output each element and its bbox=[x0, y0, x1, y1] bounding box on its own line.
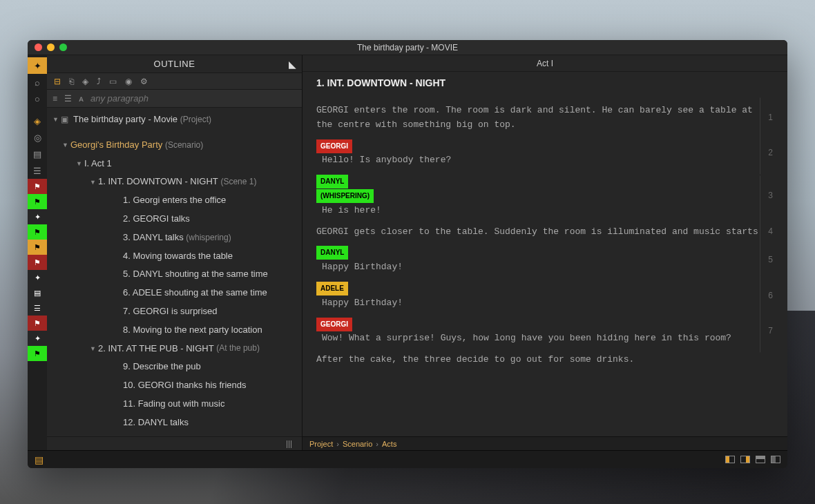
cube-icon[interactable]: ◈ bbox=[82, 77, 88, 86]
breadcrumb-item: Scenario bbox=[343, 440, 372, 448]
character-cue: GEORGI bbox=[316, 318, 352, 331]
line-number: 2 bbox=[760, 133, 780, 174]
layout-top-icon[interactable] bbox=[756, 456, 765, 463]
app-window: The birthday party - MOVIE ✦ ⌕ ○ ◈ ◎ ▤ ☰… bbox=[28, 40, 787, 468]
character-cue: ADELE bbox=[316, 282, 348, 295]
titlebar[interactable]: The birthday party - MOVIE bbox=[28, 40, 787, 55]
share-icon[interactable]: ⤴ bbox=[97, 77, 101, 86]
tree-scene1: ▼ 1. INT. DOWNTOWN - NIGHT (Scene 1) bbox=[47, 173, 302, 191]
tree-beat: 5. DANYL shouting at the same time bbox=[47, 265, 302, 284]
tree-beat: 7. GEORGI is surprised bbox=[47, 302, 302, 321]
outline-header: OUTLINE ◣ bbox=[47, 55, 302, 73]
cube-icon[interactable]: ◈ bbox=[28, 113, 47, 129]
target-icon[interactable]: ◎ bbox=[28, 129, 47, 146]
lines-icon[interactable]: ☰ bbox=[64, 94, 72, 104]
book-icon[interactable]: ⎗ bbox=[69, 77, 74, 86]
outline-tree[interactable]: ▼ ▣ The birthday party - Movie (Project)… bbox=[47, 108, 302, 436]
action-line: GEORGI gets closer to the table. Suddenl… bbox=[316, 225, 774, 240]
layout-split-icon[interactable] bbox=[771, 456, 780, 463]
layout-left-icon[interactable] bbox=[725, 456, 735, 463]
window-title: The birthday party - MOVIE bbox=[28, 43, 787, 52]
gear-icon[interactable]: ⚙ bbox=[140, 77, 148, 86]
search-icon[interactable]: ⌕ bbox=[28, 74, 47, 90]
parenthetical: (WHISPERING) bbox=[316, 189, 374, 203]
character-badge-danyl2[interactable]: ⚑ bbox=[28, 224, 47, 240]
line-number: 1 bbox=[760, 97, 780, 138]
layout-switcher bbox=[725, 456, 780, 463]
scene-badge[interactable]: ▤ bbox=[28, 285, 47, 300]
circle-icon[interactable]: ○ bbox=[28, 90, 47, 107]
outline-footer: ⫼ bbox=[47, 436, 302, 450]
action-line: GEORGI enters the room. The room is dark… bbox=[316, 104, 774, 133]
action-line: After the cake, the three decide to go o… bbox=[316, 353, 774, 367]
breadcrumb-item: Project bbox=[309, 440, 333, 448]
dialogue-block: GEORGI Wow! What a surprise! Guys, how l… bbox=[316, 318, 774, 347]
line-number: 3 bbox=[760, 176, 780, 217]
line-number: 5 bbox=[760, 240, 780, 281]
tree-scenario: ▼ Georgi's Birthday Party (Scenario) bbox=[47, 136, 302, 155]
outline-toolbar: ⊟ ⎗ ◈ ⤴ ▭ ◉ ⚙ bbox=[47, 73, 302, 90]
running-man-icon[interactable]: ✦ bbox=[28, 57, 47, 74]
character-cue: DANYL bbox=[316, 175, 348, 188]
zoom-icon[interactable] bbox=[59, 43, 67, 51]
eye-icon[interactable]: ◉ bbox=[125, 77, 132, 86]
tree-beat: 1. Georgi enters the office bbox=[47, 191, 302, 210]
close-icon[interactable] bbox=[35, 43, 42, 51]
tree-icon[interactable]: ⊟ bbox=[54, 77, 61, 86]
settings-icon[interactable]: ⫼ bbox=[284, 438, 295, 450]
tree-act: ▼ I. Act 1 bbox=[47, 155, 302, 173]
outline-search-bar: ≡ ☰ ᴀ bbox=[47, 90, 302, 108]
line-number: 6 bbox=[760, 275, 780, 316]
tree-beat: 12. DANYL talks bbox=[47, 414, 302, 432]
clapper-icon[interactable]: ▤ bbox=[35, 454, 44, 465]
character-badge-georgi[interactable]: ⚑ bbox=[28, 179, 47, 194]
character-badge-danyl3[interactable]: ⚑ bbox=[28, 346, 47, 361]
panel-icon[interactable]: ▭ bbox=[109, 77, 117, 86]
tree-beat: 8. Moving to the next party location bbox=[47, 321, 302, 340]
tree-beat: 2. GEORGI talks bbox=[47, 210, 302, 229]
search-input[interactable] bbox=[90, 93, 296, 104]
tree-project: ▼ ▣ The birthday party - Movie (Project) bbox=[47, 110, 302, 129]
status-bar: ▤ bbox=[28, 450, 787, 468]
dialogue-block: GEORGI Hello! Is anybody there? 2 bbox=[316, 139, 774, 168]
activity-bar: ✦ ⌕ ○ ◈ ◎ ▤ ☰ ⚑ ⚑ ✦ ⚑ ⚑ ⚑ ✦ ▤ ☰ ⚑ ✦ ⚑ bbox=[28, 55, 47, 450]
tree-beat: 11. Fading out with music bbox=[47, 395, 302, 414]
breadcrumb-item: Acts bbox=[382, 440, 396, 448]
character-badge-georgi3[interactable]: ⚑ bbox=[28, 316, 47, 331]
character-badge-adele[interactable]: ⚑ bbox=[28, 240, 47, 255]
document-icon[interactable]: ☰ bbox=[28, 162, 47, 179]
bookmark-icon[interactable]: ◣ bbox=[289, 59, 297, 70]
minimize-icon[interactable] bbox=[47, 43, 55, 51]
action-badge2[interactable]: ✦ bbox=[28, 270, 47, 285]
character-badge-danyl[interactable]: ⚑ bbox=[28, 194, 47, 209]
character-badge-georgi2[interactable]: ⚑ bbox=[28, 255, 47, 270]
clapper-icon[interactable]: ▤ bbox=[28, 146, 47, 162]
tree-beat: 10. GEORGI thanks his friends bbox=[47, 376, 302, 395]
doc-badge[interactable]: ☰ bbox=[28, 300, 47, 316]
tree-beat: 6. ADELE shouting at the same time bbox=[47, 284, 302, 302]
dialogue-block: ADELE Happy Birthday! 6 bbox=[316, 282, 774, 311]
layout-right-icon[interactable] bbox=[740, 456, 750, 463]
list-mode-icon[interactable]: ≡ bbox=[52, 94, 57, 104]
script-editor[interactable]: GEORGI enters the room. The room is dark… bbox=[303, 93, 787, 436]
scene-heading: 1. INT. DOWNTOWN - NIGHT bbox=[303, 72, 787, 93]
camera-icon: ▣ bbox=[61, 113, 73, 126]
tree-beat: 3. DANYL talks (whispering) bbox=[47, 229, 302, 247]
tree-scene2: ▼ 2. INT. AT THE PUB - NIGHT (At the pub… bbox=[47, 340, 302, 358]
dialogue-block: DANYL (WHISPERING) He is here! 3 bbox=[316, 175, 774, 217]
tree-beat: 4. Moving towards the table bbox=[47, 247, 302, 266]
editor-panel: Act I 1. INT. DOWNTOWN - NIGHT GEORGI en… bbox=[303, 55, 787, 450]
breadcrumb[interactable]: Project › Scenario › Acts bbox=[303, 436, 787, 450]
font-icon[interactable]: ᴀ bbox=[79, 94, 84, 104]
line-number: 7 bbox=[760, 311, 780, 352]
character-cue: GEORGI bbox=[316, 139, 352, 153]
tree-beat: 9. Describe the pub bbox=[47, 358, 302, 376]
outline-panel: OUTLINE ◣ ⊟ ⎗ ◈ ⤴ ▭ ◉ ⚙ ≡ ☰ ᴀ ▼ bbox=[47, 55, 303, 450]
action-badge[interactable]: ✦ bbox=[28, 209, 47, 224]
action-badge3[interactable]: ✦ bbox=[28, 331, 47, 346]
act-header: Act I bbox=[303, 55, 787, 72]
character-cue: DANYL bbox=[316, 246, 348, 260]
dialogue-block: DANYL Happy Birthday! 5 bbox=[316, 246, 774, 275]
